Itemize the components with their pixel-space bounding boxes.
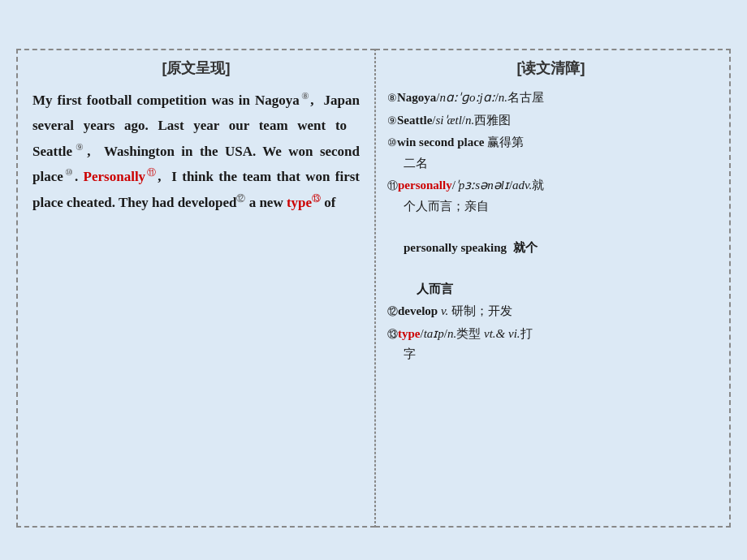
vocab-cn: 名古屋: [507, 91, 544, 104]
vocab-word: Nagoya: [397, 91, 436, 104]
vocab-cn-wrap: 二名: [387, 153, 715, 174]
right-panel: [读文清障] ⑧Nagoya/nɑːˈɡoːjɑː/n.名古屋 ⑨Seattle…: [375, 49, 731, 528]
vocab-word: win second place: [397, 136, 485, 149]
vocab-pos: n.: [447, 327, 456, 340]
vocab-pos: v.: [441, 304, 448, 317]
vocab-example: personally speaking 就个: [387, 238, 715, 259]
vocab-phonetic: siˈætl: [436, 114, 462, 127]
vocab-phonetic: nɑːˈɡoːjɑː: [440, 91, 495, 104]
vocab-word: type: [398, 327, 421, 340]
vocab-cn-type-wrap: 字: [387, 344, 715, 365]
vocab-example-wrap: 人而言: [387, 279, 715, 300]
vocab-entry-type: ⑬type/taɪp/n.类型 vt.& vi.打 字: [387, 324, 715, 365]
left-panel-text: My first football competition was in Nag…: [32, 88, 360, 215]
left-panel: [原文呈现] My first football competition was…: [16, 49, 375, 528]
vocab-cn: 研制；开发: [451, 304, 512, 317]
vocab-cn: 西雅图: [474, 114, 511, 127]
vocab-entry-seattle: ⑨Seattle/siˈætl/n.西雅图: [387, 110, 715, 131]
vocab-entry-personally: ⑪personally/ˈpɜːsənəlɪ/adv.就 个人而言；亲自 per…: [387, 175, 715, 299]
vocab-cn: 就: [532, 179, 544, 192]
vocab-cn-indent: 个人而言；亲自: [387, 196, 715, 218]
vocab-cn: 赢得第: [487, 136, 524, 149]
vocab-num: ⑪: [387, 179, 398, 192]
vocab-num: ⑫: [387, 305, 398, 317]
vocab-word: personally: [398, 179, 452, 192]
right-panel-title: [读文清障]: [387, 58, 715, 78]
vocab-pos: n.: [499, 91, 507, 104]
vocab-word: develop: [398, 304, 438, 317]
vocab-num: ⑩: [387, 136, 397, 149]
vocab-phonetic: ˈpɜːsənəlɪ: [456, 179, 509, 192]
vocab-num: ⑧: [387, 92, 397, 104]
left-panel-title: [原文呈现]: [32, 58, 360, 78]
vocab-entry-nagoya: ⑧Nagoya/nɑːˈɡoːjɑː/n.名古屋: [387, 88, 715, 109]
vocab-word: Seattle: [397, 114, 432, 127]
vocab-phonetic: taɪp: [424, 327, 444, 340]
vocab-cn: 类型 vt.& vi.打: [456, 327, 532, 340]
vocab-num: ⑨: [387, 114, 397, 127]
vocab-entry-second-place: ⑩win second place 赢得第 二名: [387, 132, 715, 174]
vocab-pos: adv.: [512, 179, 532, 192]
vocab-pos: n.: [465, 114, 474, 127]
vocab-entry-develop: ⑫develop v. 研制；开发: [387, 301, 715, 322]
main-container: [原文呈现] My first football competition was…: [16, 49, 731, 528]
vocab-num: ⑬: [387, 328, 398, 340]
vocab-list: ⑧Nagoya/nɑːˈɡoːjɑː/n.名古屋 ⑨Seattle/siˈætl…: [387, 88, 715, 365]
